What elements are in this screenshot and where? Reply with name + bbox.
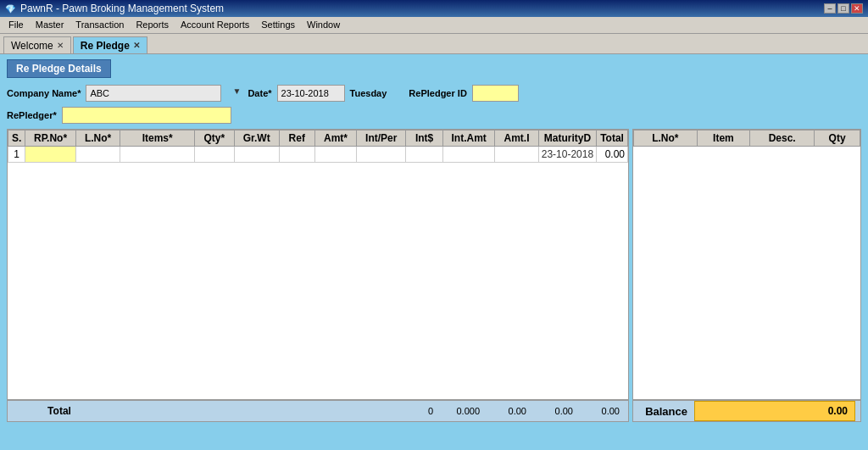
totals-intamt: 0.00	[530, 406, 576, 416]
repledger-input[interactable]	[62, 107, 231, 124]
cell-amt[interactable]	[314, 147, 357, 163]
tab-welcome-label: Welcome	[11, 40, 53, 52]
right-table-wrapper: L.No* Item Desc. Qty	[632, 129, 861, 400]
amti-input[interactable]	[498, 147, 535, 161]
col-intamt: Int.Amt	[442, 131, 494, 147]
balance-value: 0.00	[694, 401, 855, 421]
app-title: PawnR - Pawn Broking Management System	[20, 3, 224, 14]
rcol-item: Item	[697, 131, 749, 147]
cell-items[interactable]	[120, 147, 195, 163]
company-label: Company Name*	[7, 88, 81, 98]
company-dropdown-arrow[interactable]: ▼	[233, 86, 242, 96]
col-amti: Amt.I	[495, 131, 538, 147]
col-qty: Qty*	[194, 131, 234, 147]
title-bar: 💎 PawnR - Pawn Broking Management System…	[0, 0, 868, 17]
right-table: L.No* Item Desc. Qty	[633, 130, 860, 147]
ref-input[interactable]	[282, 147, 312, 161]
totals-bar: Total 0 0.000 0.00 0.00 0.00	[7, 400, 629, 422]
totals-label: Total	[13, 405, 106, 417]
lno-input[interactable]	[79, 147, 118, 161]
cell-qty[interactable]	[194, 147, 234, 163]
minimize-button[interactable]: –	[824, 3, 836, 14]
cell-ref[interactable]	[279, 147, 314, 163]
col-ref: Ref	[279, 131, 314, 147]
totals-grwt: 0.000	[437, 406, 483, 416]
main-content: Re Pledge Details Company Name* ▼ Date* …	[0, 54, 868, 450]
repledger-label: RePledger*	[7, 110, 57, 120]
col-lno: L.No*	[75, 131, 120, 147]
amt-input[interactable]	[318, 147, 354, 161]
rcol-qty: Qty	[815, 131, 860, 147]
cell-intper[interactable]	[357, 147, 406, 163]
maximize-button[interactable]: □	[837, 3, 849, 14]
date-label: Date*	[248, 88, 271, 98]
menu-account-reports[interactable]: Account Reports	[175, 19, 254, 31]
balance-label: Balance	[645, 405, 687, 418]
cell-s: 1	[8, 147, 25, 163]
balance-bar: Balance 0.00	[632, 400, 861, 422]
tab-repledge[interactable]: Re Pledge ✕	[73, 36, 147, 53]
tab-repledge-close[interactable]: ✕	[133, 41, 140, 50]
close-window-button[interactable]: ✕	[851, 3, 863, 14]
col-s: S.	[8, 131, 25, 147]
col-total: Total	[597, 131, 628, 147]
table-row: 1 23-10-2018 0.00	[8, 147, 628, 163]
tables-container: S. RP.No* L.No* Items* Qty* Gr.Wt Ref Am…	[7, 129, 861, 400]
menu-settings[interactable]: Settings	[256, 19, 300, 31]
form-row-2: RePledger*	[7, 107, 861, 124]
menu-reports[interactable]: Reports	[131, 19, 174, 31]
cell-intamt[interactable]	[442, 147, 494, 163]
repledger-id-label: RePledger ID	[409, 88, 466, 98]
col-items: Items*	[120, 131, 195, 147]
rpno-input[interactable]	[28, 147, 72, 161]
menu-file[interactable]: File	[3, 19, 29, 31]
totals-amt: 0.00	[483, 406, 530, 416]
col-intper: Int/Per	[357, 131, 406, 147]
footer-area: Total 0 0.000 0.00 0.00 0.00 Balance 0.0…	[7, 400, 861, 422]
totals-total: 0.00	[576, 406, 623, 416]
tab-welcome[interactable]: Welcome ✕	[3, 36, 71, 53]
col-rpno: RP.No*	[25, 131, 75, 147]
cell-lno[interactable]	[75, 147, 120, 163]
col-maturityd: MaturityD	[538, 131, 596, 147]
col-grwt: Gr.Wt	[234, 131, 279, 147]
left-table: S. RP.No* L.No* Items* Qty* Gr.Wt Ref Am…	[8, 130, 628, 163]
cell-total: 0.00	[597, 147, 628, 163]
menu-master[interactable]: Master	[31, 19, 70, 31]
intper-input[interactable]	[359, 147, 403, 161]
cell-rpno[interactable]	[25, 147, 75, 163]
rcol-desc: Desc.	[750, 131, 815, 147]
company-input[interactable]	[86, 85, 221, 102]
tab-welcome-close[interactable]: ✕	[57, 41, 64, 50]
tab-repledge-label: Re Pledge	[81, 40, 130, 52]
app-icon: 💎	[5, 4, 15, 14]
col-ints: Int$	[406, 131, 443, 147]
cell-grwt[interactable]	[234, 147, 279, 163]
totals-qty: 0	[390, 406, 437, 416]
qty-input[interactable]	[198, 147, 231, 161]
ints-input[interactable]	[409, 147, 440, 161]
tab-bar: Welcome ✕ Re Pledge ✕	[0, 34, 868, 54]
date-input[interactable]	[277, 85, 345, 102]
menu-bar: File Master Transaction Reports Account …	[0, 17, 868, 34]
grwt-input[interactable]	[237, 147, 276, 161]
cell-amti[interactable]	[495, 147, 538, 163]
form-row-1: Company Name* ▼ Date* Tuesday RePledger …	[7, 85, 861, 102]
section-header-button[interactable]: Re Pledge Details	[7, 59, 111, 78]
repledger-id-input[interactable]	[472, 85, 519, 102]
menu-window[interactable]: Window	[302, 19, 345, 31]
menu-transaction[interactable]: Transaction	[70, 19, 129, 31]
day-label: Tuesday	[350, 88, 387, 98]
cell-maturityd: 23-10-2018	[538, 147, 596, 163]
rcol-lno: L.No*	[634, 131, 698, 147]
left-table-wrapper: S. RP.No* L.No* Items* Qty* Gr.Wt Ref Am…	[7, 129, 629, 400]
col-amt: Amt*	[314, 131, 357, 147]
cell-ints[interactable]	[406, 147, 443, 163]
intamt-input[interactable]	[446, 147, 492, 161]
items-input[interactable]	[123, 147, 192, 161]
